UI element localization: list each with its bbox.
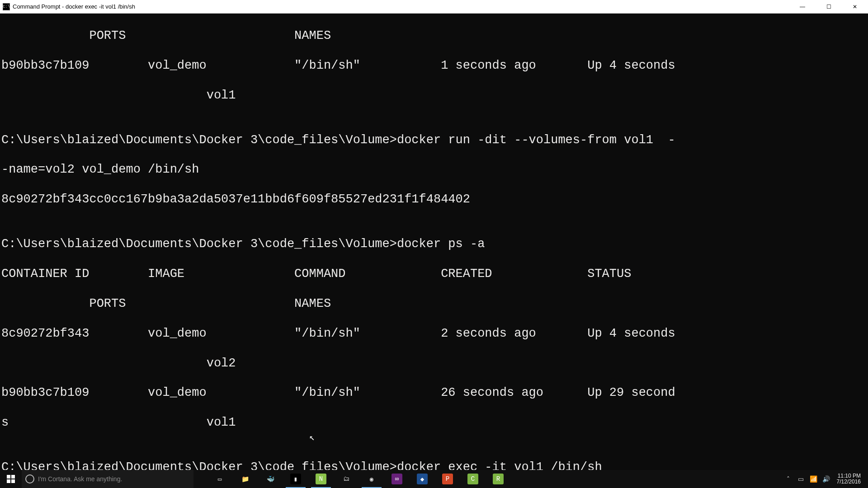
taskbar-app-camtasia[interactable]: C xyxy=(460,470,486,488)
ps-row: b90bb3c7b109 vol_demo "/bin/sh" 26 secon… xyxy=(1,385,867,400)
camtasia-rec-icon: R xyxy=(493,474,504,484)
search-placeholder: I'm Cortana. Ask me anything. xyxy=(38,475,122,483)
docker-quickstart-icon: 🐳 xyxy=(265,474,276,484)
docker-run-cmd-wrap: -name=vol2 vol_demo /bin/sh xyxy=(1,162,867,177)
ps-row: b90bb3c7b109 vol_demo "/bin/sh" 1 second… xyxy=(1,58,867,73)
volume-icon[interactable]: 🔊 xyxy=(821,475,831,483)
taskbar-app-powerpoint[interactable]: P xyxy=(435,470,460,488)
ps-row: 8c90272bf343 vol_demo "/bin/sh" 2 second… xyxy=(1,326,867,341)
powerpoint-icon: P xyxy=(442,474,453,484)
docker-exec-cmd: C:\Users\blaized\Documents\Docker 3\code… xyxy=(1,460,867,470)
tray-chevron-icon[interactable]: ˄ xyxy=(783,475,793,483)
taskbar-app-virtualbox[interactable]: ◆ xyxy=(410,470,435,488)
container-hash: 8c90272bf343cc0cc167b9ba3a2da5037e11bbd6… xyxy=(1,192,867,207)
clock[interactable]: 11:10 PM 7/12/2016 xyxy=(834,473,863,485)
taskbar-apps: ▭📁🐳▮N🗂◉∞◆PCR xyxy=(207,470,511,488)
taskbar-app-chrome[interactable]: ◉ xyxy=(359,470,384,488)
system-tray: ˄ ▭ 📶 🔊 11:10 PM 7/12/2016 xyxy=(783,470,868,488)
taskbar-app-visual-studio[interactable]: ∞ xyxy=(384,470,410,488)
ps-header: CONTAINER ID IMAGE COMMAND CREATED STATU… xyxy=(1,267,867,282)
close-button[interactable]: ✕ xyxy=(842,0,868,13)
clock-date: 7/12/2016 xyxy=(837,479,861,485)
taskbar-app-command-prompt[interactable]: ▮ xyxy=(283,470,308,488)
battery-icon[interactable]: ▭ xyxy=(796,475,806,483)
visual-studio-icon: ∞ xyxy=(392,474,402,484)
taskbar: I'm Cortana. Ask me anything. ▭📁🐳▮N🗂◉∞◆P… xyxy=(0,470,868,488)
ps-row-wrap: s vol1 xyxy=(1,415,867,430)
docker-ps-cmd: C:\Users\blaized\Documents\Docker 3\code… xyxy=(1,237,867,252)
ps-header-wrap: PORTS NAMES xyxy=(1,296,867,311)
ps-header-wrap: PORTS NAMES xyxy=(1,28,867,43)
ps-row-wrap: vol1 xyxy=(1,88,867,103)
windows-explorer-icon: 🗂 xyxy=(341,474,352,484)
windows-logo-icon xyxy=(7,475,15,483)
minimize-button[interactable]: — xyxy=(789,0,816,13)
wifi-icon[interactable]: 📶 xyxy=(809,475,819,483)
cmd-icon: C:\ xyxy=(3,3,10,10)
cortana-icon xyxy=(25,474,34,483)
maximize-button[interactable]: ☐ xyxy=(816,0,842,13)
terminal-output[interactable]: PORTS NAMES b90bb3c7b109 vol_demo "/bin/… xyxy=(0,14,868,470)
taskbar-app-camtasia-rec[interactable]: R xyxy=(486,470,511,488)
docker-run-cmd: C:\Users\blaized\Documents\Docker 3\code… xyxy=(1,133,867,148)
taskbar-app-notepad-plus[interactable]: N xyxy=(308,470,334,488)
ps-row-wrap: vol2 xyxy=(1,356,867,371)
taskbar-app-windows-explorer[interactable]: 🗂 xyxy=(334,470,359,488)
taskbar-app-file-explorer[interactable]: 📁 xyxy=(232,470,258,488)
taskbar-app-docker-quickstart[interactable]: 🐳 xyxy=(258,470,283,488)
camtasia-icon: C xyxy=(467,474,478,484)
notepad-plus-icon: N xyxy=(316,474,326,484)
start-button[interactable] xyxy=(0,470,22,488)
taskbar-app-task-view[interactable]: ▭ xyxy=(207,470,232,488)
command-prompt-icon: ▮ xyxy=(290,474,301,484)
task-view-icon: ▭ xyxy=(214,474,225,484)
file-explorer-icon: 📁 xyxy=(240,474,250,484)
window-title: Command Prompt - docker exec -it vol1 /b… xyxy=(13,3,135,10)
chrome-icon: ◉ xyxy=(366,474,377,484)
virtualbox-icon: ◆ xyxy=(417,474,428,484)
titlebar[interactable]: C:\ Command Prompt - docker exec -it vol… xyxy=(0,0,868,14)
cortana-search[interactable]: I'm Cortana. Ask me anything. xyxy=(22,470,193,488)
